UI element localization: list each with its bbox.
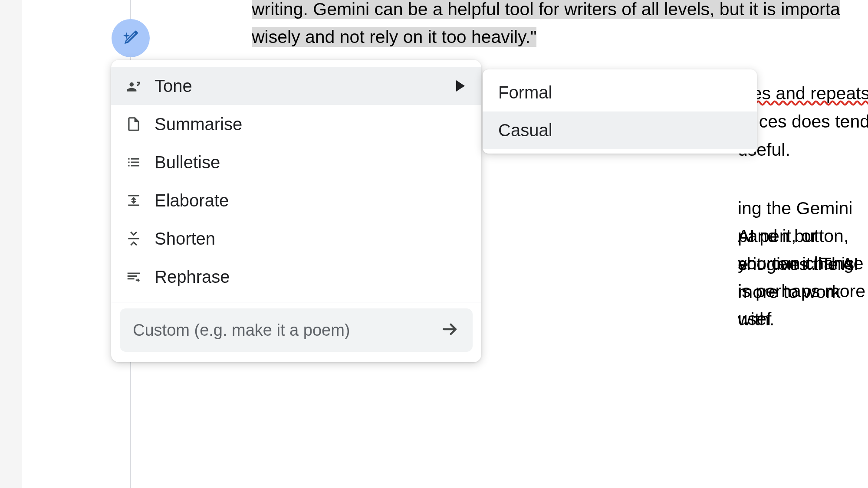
menu-item-label: Bulletise <box>155 153 465 172</box>
expand-icon <box>123 190 144 211</box>
paragraph-fragment: es and repeats <box>752 80 868 108</box>
highlighted-text-line-2: wisely and not rely on it too heavily." <box>252 27 536 47</box>
menu-item-label: Summarise <box>155 115 465 134</box>
magic-pen-icon <box>121 27 141 49</box>
rephrase-icon <box>123 266 144 287</box>
paragraph-fragment: ces does tend <box>759 108 868 136</box>
menu-item-elaborate[interactable]: Elaborate <box>111 181 481 219</box>
menu-item-tone[interactable]: Tone <box>111 67 481 105</box>
chevron-right-icon <box>456 80 465 92</box>
menu-item-label: Shorten <box>155 229 465 249</box>
left-gutter <box>0 0 22 488</box>
highlighted-text-line-1: writing. Gemini can be a helpful tool fo… <box>252 0 840 19</box>
menu-item-label: Tone <box>155 76 456 96</box>
collapse-icon <box>123 228 144 249</box>
menu-item-bulletise[interactable]: Bulletise <box>111 143 481 181</box>
document-icon <box>123 114 144 134</box>
menu-item-summarise[interactable]: Summarise <box>111 105 481 143</box>
ai-pen-button[interactable] <box>112 19 150 57</box>
ai-rewrite-menu: Tone Summarise Bulletise Elaborate Short… <box>111 60 481 362</box>
bullet-list-icon <box>123 152 144 173</box>
custom-prompt-field[interactable] <box>120 308 473 352</box>
menu-item-shorten[interactable]: Shorten <box>111 219 481 258</box>
submenu-item-formal[interactable]: Formal <box>483 74 757 111</box>
custom-prompt-input[interactable] <box>133 321 441 340</box>
submenu-item-label: Casual <box>498 121 552 140</box>
submenu-item-label: Formal <box>498 83 552 102</box>
tone-submenu: Formal Casual <box>483 69 757 154</box>
tone-icon <box>123 75 144 96</box>
menu-item-label: Rephrase <box>155 267 465 287</box>
menu-item-rephrase[interactable]: Rephrase <box>111 258 481 296</box>
submenu-item-casual[interactable]: Casual <box>483 111 757 149</box>
paragraph-fragment: e it gives the AI more to work with. <box>738 251 868 334</box>
menu-divider <box>111 302 481 302</box>
menu-item-label: Elaborate <box>155 191 465 210</box>
paragraph-selected[interactable]: writing. Gemini can be a helpful tool fo… <box>252 0 868 51</box>
submit-arrow-icon[interactable] <box>441 320 460 341</box>
